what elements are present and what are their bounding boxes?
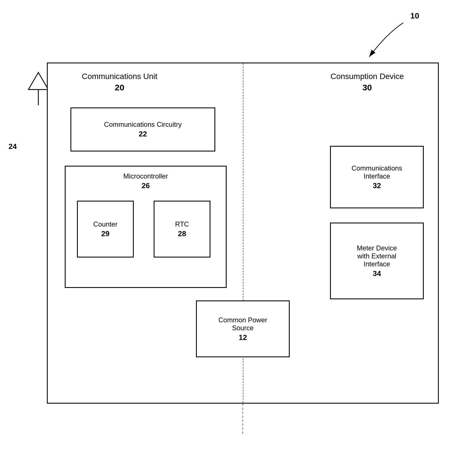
microcontroller-label-area: Microcontroller 26: [66, 172, 226, 190]
antenna-icon: [27, 71, 50, 105]
outer-box: Communications Unit 20 Consumption Devic…: [47, 63, 439, 404]
svg-marker-17: [28, 72, 48, 90]
power-source-number: 12: [239, 333, 247, 342]
comm-interface-number: 32: [373, 181, 381, 190]
power-source-label-line2: Source: [232, 324, 254, 332]
power-source-box: Common Power Source 12: [196, 300, 290, 357]
microcontroller-label: Microcontroller: [123, 172, 168, 180]
rtc-label: RTC: [175, 220, 189, 228]
power-source-label-line1: Common Power: [218, 316, 267, 324]
microcontroller-box: Microcontroller 26 Counter 29 RTC 28: [65, 166, 227, 288]
counter-number: 29: [101, 229, 110, 238]
microcontroller-number: 26: [66, 181, 226, 190]
meter-device-box: Meter Device with External Interface 34: [330, 223, 424, 299]
comm-interface-box: Communications Interface 32: [330, 146, 424, 208]
comm-circuitry-label: Communications Circuitry: [104, 121, 181, 128]
comm-circuitry-number: 22: [139, 130, 147, 138]
comm-unit-label: Communications Unit: [82, 72, 157, 81]
ref-24-label: 24: [9, 142, 17, 151]
consumption-device-section: Consumption Device 30: [331, 72, 404, 92]
counter-label: Counter: [93, 220, 117, 228]
consumption-device-number: 30: [331, 83, 404, 92]
counter-box: Counter 29: [77, 201, 134, 258]
comm-circuitry-box: Communications Circuitry 22: [70, 107, 215, 151]
ref-10-label: 10: [410, 11, 419, 20]
rtc-number: 28: [178, 229, 186, 238]
meter-device-label-line3: Interface: [364, 260, 390, 268]
comm-interface-label-line1: Communications: [352, 164, 402, 172]
consumption-device-label: Consumption Device: [331, 72, 404, 81]
comm-unit-number: 20: [82, 83, 157, 92]
comm-unit-section: Communications Unit 20: [82, 72, 157, 92]
rtc-box: RTC 28: [154, 201, 210, 258]
comm-interface-label-line2: Interface: [364, 172, 390, 180]
meter-device-number: 34: [373, 269, 381, 278]
diagram-container: 10 24 Communications Unit 20 Consumption…: [0, 0, 476, 467]
meter-device-label-line1: Meter Device: [357, 244, 397, 252]
meter-device-label-line2: with External: [357, 252, 396, 260]
